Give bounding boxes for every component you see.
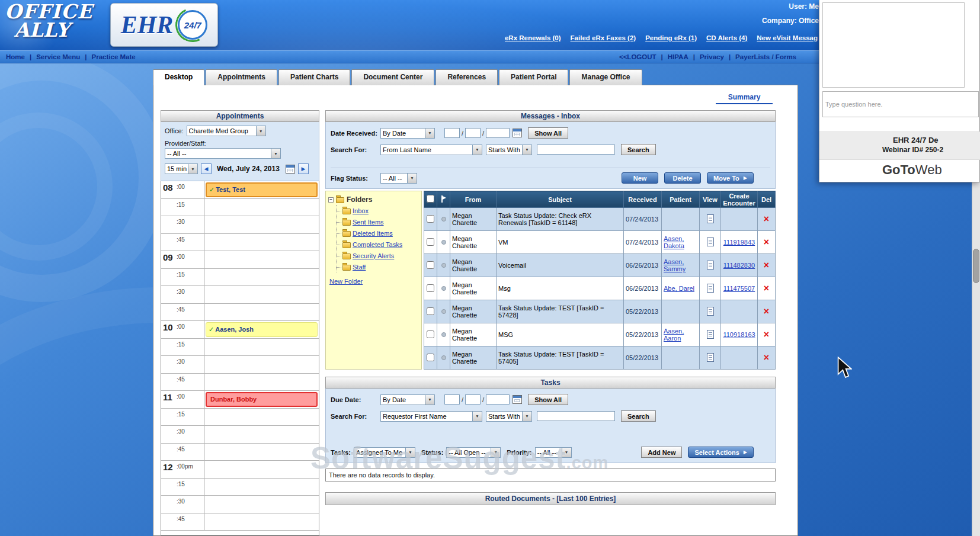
scrollbar-thumb[interactable] [973,249,979,283]
move-to-button[interactable]: Move To [707,172,754,184]
interval-select[interactable]: 15 min [165,163,198,174]
status-select[interactable]: -- All Open -- [446,447,501,458]
schedule-slot[interactable] [204,479,319,496]
date-day-input[interactable] [465,128,481,138]
schedule-slot[interactable] [204,496,319,513]
flag-dot-icon[interactable] [441,355,446,360]
tab-manage-office[interactable]: Manage Office [569,69,642,85]
create-encounter-link[interactable]: 111475507 [723,285,755,292]
office-select[interactable]: Charette Med Group [187,126,266,136]
link-erx-renewals[interactable]: eRx Renewals (0) [505,34,561,41]
collapse-icon[interactable] [328,197,334,203]
appointment-chip[interactable]: ✓Test, Test [206,182,318,198]
date-received-mode-select[interactable]: By Date [380,128,435,139]
new-message-button[interactable]: New [622,172,658,184]
schedule-slot[interactable] [204,461,319,478]
task-date-day-input[interactable] [465,394,481,405]
row-checkbox[interactable] [427,354,434,361]
task-date-year-input[interactable] [486,394,510,405]
folder-item-security-alerts[interactable]: Security Alerts [337,250,419,261]
create-encounter-link[interactable]: 111482830 [723,262,755,269]
flag-dot-icon[interactable] [441,309,446,314]
question-input[interactable] [822,91,979,117]
link-pending-erx[interactable]: Pending eRx (1) [645,34,697,41]
nav-service-menu[interactable]: Service Menu [25,53,80,60]
delete-x-icon[interactable] [758,323,776,346]
folder-item-staff[interactable]: Staff [337,261,419,272]
message-row[interactable]: Megan Charette Task Status Update: TEST … [424,300,776,323]
tab-document-center[interactable]: Document Center [351,69,434,85]
view-document-icon[interactable] [707,214,714,223]
message-row[interactable]: Megan Charette Task Status Update: Check… [424,208,776,231]
delete-x-icon[interactable] [758,346,776,370]
view-document-icon[interactable] [707,261,714,269]
tab-references[interactable]: References [435,69,498,85]
patient-link[interactable]: Aasen, Aaron [664,328,684,342]
search-button[interactable]: Search [621,144,656,155]
show-all-button[interactable]: Show All [528,127,568,139]
schedule-slot[interactable] [204,304,319,321]
appointment-chip[interactable]: ✓Aasen, Josh [206,322,318,338]
nav-hipaa[interactable]: HIPAA [656,53,688,60]
due-date-mode-select[interactable]: By Date [380,394,435,405]
flag-dot-icon[interactable] [441,263,446,268]
schedule-slot[interactable] [204,444,319,461]
folder-item-sent-items[interactable]: Sent Items [337,216,419,227]
schedule-slot[interactable] [204,251,319,268]
nav-logout[interactable]: <<LOGOUT [619,53,656,60]
schedule-slot[interactable] [204,356,319,373]
task-date-month-input[interactable] [444,394,460,405]
task-search-input[interactable] [537,411,615,421]
schedule-slot[interactable] [204,269,319,286]
prev-day-button[interactable] [201,163,212,174]
patient-link[interactable]: Aasen, Sammy [664,258,686,272]
calendar-icon[interactable] [513,395,522,404]
folder-item-completed-tasks[interactable]: Completed Tasks [337,239,419,250]
message-row[interactable]: Megan Charette Msg 06/26/2013 Abe, Darel… [424,277,776,300]
view-document-icon[interactable] [707,330,714,339]
view-document-icon[interactable] [707,284,714,293]
next-day-button[interactable] [298,163,309,174]
view-document-icon[interactable] [707,353,714,362]
search-input[interactable] [537,145,615,155]
date-year-input[interactable] [486,128,510,138]
message-row[interactable]: Megan Charette VM 07/24/2013 Aasen, Dako… [424,231,776,254]
calendar-icon[interactable] [513,129,522,137]
view-document-icon[interactable] [707,307,714,316]
flag-dot-icon[interactable] [441,332,446,337]
patient-link[interactable]: Abe, Darel [664,285,694,292]
row-checkbox[interactable] [427,284,434,292]
task-starts-with-select[interactable]: Starts With [486,411,532,422]
assigned-to-select[interactable]: Assigned To Me [354,447,415,458]
tab-patient-portal[interactable]: Patient Portal [499,69,568,85]
row-checkbox[interactable] [427,238,434,246]
message-row[interactable]: Megan Charette MSG 05/22/2013 Aasen, Aar… [424,323,776,346]
tab-appointments[interactable]: Appointments [206,69,277,85]
flag-dot-icon[interactable] [441,286,446,291]
schedule-slot[interactable] [204,374,319,391]
folder-item-deleted-items[interactable]: Deleted Items [337,227,419,239]
schedule-slot[interactable] [204,199,319,216]
tab-desktop[interactable]: Desktop [153,69,204,85]
schedule-slot[interactable] [204,513,319,531]
link-new-evisit-messages[interactable]: New eVisit Messag [757,34,818,41]
view-document-icon[interactable] [707,237,714,246]
message-row[interactable]: Megan Charette Voicemail 06/26/2013 Aase… [424,254,776,277]
task-show-all-button[interactable]: Show All [528,394,568,405]
delete-message-button[interactable]: Delete [664,172,701,184]
calendar-icon[interactable] [286,165,295,174]
date-month-input[interactable] [444,128,460,138]
priority-select[interactable]: -- All -- [535,447,572,458]
patient-link[interactable]: Aasen, Dakota [664,235,684,249]
task-search-field-select[interactable]: Requestor First Name [380,411,482,422]
nav-payerlists-forms[interactable]: PayerLists / Forms [724,53,796,60]
task-search-button[interactable]: Search [621,410,656,422]
delete-x-icon[interactable] [758,277,776,300]
schedule-slot[interactable]: Dunbar, Bobby [204,391,319,408]
schedule-slot[interactable] [204,426,319,443]
nav-practice-mate[interactable]: Practice Mate [80,53,135,60]
schedule-slot[interactable] [204,286,319,303]
schedule-slot[interactable] [204,409,319,426]
tab-patient-charts[interactable]: Patient Charts [278,69,350,85]
schedule-slot[interactable] [204,216,319,233]
